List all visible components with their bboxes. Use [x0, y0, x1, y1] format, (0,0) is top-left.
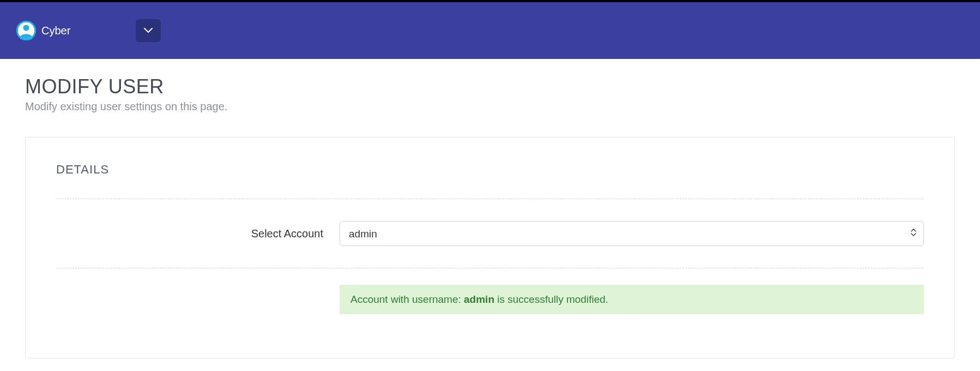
details-panel: DETAILS Select Account admin Account [25, 137, 955, 358]
alert-username: admin [464, 294, 494, 305]
success-alert: Account with username: admin is successf… [340, 285, 924, 314]
user-avatar-icon [16, 21, 36, 40]
app-header: Cyber [0, 2, 980, 59]
svg-point-6 [23, 25, 29, 31]
page-title: MODIFY USER [25, 75, 955, 98]
header-dropdown-button[interactable] [136, 19, 161, 42]
page-content: MODIFY USER Modify existing user setting… [0, 59, 980, 358]
alert-spacer [56, 285, 340, 314]
alert-text-prefix: Account with username: [350, 294, 464, 305]
current-user[interactable]: Cyber [16, 21, 70, 40]
select-account-row: Select Account admin [56, 199, 924, 268]
panel-title: DETAILS [56, 163, 924, 177]
select-account-label: Select Account [56, 228, 340, 240]
page-subtitle: Modify existing user settings on this pa… [25, 100, 955, 113]
select-account-wrap: admin [340, 221, 924, 246]
alert-text-suffix: is successfully modified. [494, 294, 608, 305]
username-label: Cyber [41, 25, 70, 37]
select-account-input[interactable]: admin [340, 221, 924, 246]
chevron-down-icon [144, 28, 153, 33]
alert-row: Account with username: admin is successf… [56, 268, 924, 314]
